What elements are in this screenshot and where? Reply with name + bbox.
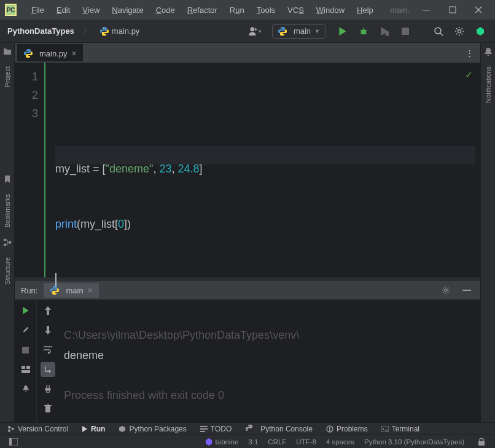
pin-icon[interactable] — [18, 382, 33, 396]
svg-rect-1 — [450, 7, 456, 13]
svg-rect-34 — [381, 426, 389, 432]
search-icon[interactable] — [431, 24, 446, 39]
svg-rect-0 — [423, 10, 430, 10]
tw-problems[interactable]: Problems — [326, 425, 368, 433]
window-close-icon[interactable] — [467, 1, 490, 18]
menu-edit[interactable]: Edit — [52, 3, 75, 17]
tw-packages[interactable]: Python Packages — [119, 425, 186, 433]
svg-rect-10 — [4, 239, 6, 241]
notifications-tool[interactable]: Notifications — [485, 60, 492, 109]
gutter: 1 2 3 — [15, 63, 45, 277]
tabnine-widget[interactable]: tabnine — [205, 438, 239, 446]
bookmarks-tool[interactable]: Bookmarks — [4, 188, 11, 234]
up-arrow-icon[interactable] — [41, 303, 55, 318]
window-maximize-icon[interactable] — [440, 1, 464, 18]
svg-rect-20 — [46, 386, 49, 388]
svg-rect-11 — [4, 244, 6, 246]
bookmark-icon[interactable] — [2, 174, 12, 184]
menu-tools[interactable]: Tools — [252, 3, 280, 17]
stop-button[interactable] — [18, 342, 33, 357]
tab-close-icon[interactable]: ✕ — [71, 50, 77, 58]
svg-point-27 — [12, 428, 14, 430]
down-arrow-icon[interactable] — [41, 323, 55, 338]
project-tool[interactable]: Project — [4, 60, 11, 93]
bottom-tool-strip: Version Control Run Python Packages TODO… — [0, 422, 495, 434]
jetbrains-icon[interactable] — [473, 24, 488, 39]
menu-window[interactable]: Window — [311, 3, 349, 17]
structure-tool[interactable]: Structure — [4, 251, 11, 291]
run-button[interactable] — [335, 24, 350, 39]
tw-console[interactable]: Python Console — [245, 424, 313, 434]
svg-point-26 — [8, 430, 10, 432]
svg-point-2 — [103, 28, 103, 28]
tw-todo[interactable]: TODO — [200, 425, 232, 433]
titlebar-project: main. — [390, 6, 410, 15]
svg-rect-33 — [329, 430, 330, 431]
interpreter-widget[interactable]: Python 3.10 (PythonDataTypes) — [364, 438, 464, 446]
lock-icon[interactable] — [474, 434, 489, 449]
layout-icon[interactable] — [18, 362, 33, 377]
menu-vcs[interactable]: VCS — [283, 3, 309, 17]
project-icon[interactable] — [2, 47, 12, 56]
tool-windows-icon[interactable] — [6, 434, 21, 449]
rerun-button[interactable] — [18, 303, 33, 318]
svg-point-3 — [105, 34, 106, 34]
tw-vcs[interactable]: Version Control — [7, 425, 68, 433]
svg-rect-16 — [21, 366, 25, 369]
settings-icon[interactable] — [452, 24, 467, 39]
menu-refactor[interactable]: Refactor — [182, 3, 222, 17]
run-panel-title: Run: — [21, 286, 37, 295]
main-toolbar: PythonDataTypes 〉 main.py ▾ main ▼ — [0, 20, 495, 43]
trash-icon[interactable] — [41, 401, 55, 416]
tw-run[interactable]: Run — [82, 425, 105, 433]
tab-options-icon[interactable]: ⋮ — [462, 45, 477, 60]
svg-rect-30 — [200, 431, 205, 432]
run-config-selector[interactable]: main ▼ — [272, 24, 325, 39]
inspection-ok-icon[interactable]: ✓ — [465, 69, 473, 80]
modify-run-icon[interactable] — [18, 323, 33, 338]
indent-widget[interactable]: 4 spaces — [326, 438, 354, 446]
menu-file[interactable]: File — [26, 3, 49, 17]
svg-rect-6 — [385, 31, 389, 36]
svg-point-5 — [361, 29, 366, 34]
code-editor[interactable]: 1 2 3 my_list = ["deneme", 23, 24.8] pri… — [15, 63, 480, 277]
right-tool-rail: Notifications — [480, 43, 495, 422]
scroll-to-end-icon[interactable] — [41, 362, 55, 377]
breadcrumb-root[interactable]: PythonDataTypes — [7, 26, 74, 36]
menu-view[interactable]: View — [77, 3, 104, 17]
structure-icon[interactable] — [2, 238, 12, 247]
python-file-icon — [99, 26, 109, 36]
bell-icon[interactable] — [483, 47, 493, 56]
svg-rect-15 — [22, 347, 29, 353]
svg-rect-28 — [200, 426, 208, 427]
breadcrumb-sep: 〉 — [83, 26, 91, 37]
user-icon[interactable]: ▾ — [248, 24, 262, 39]
menu-code[interactable]: Code — [151, 3, 180, 17]
window-minimize-icon[interactable] — [415, 1, 438, 18]
editor-tabs: main.py ✕ ⋮ — [15, 43, 480, 63]
stop-button[interactable] — [398, 24, 413, 39]
menu-run[interactable]: Run — [225, 3, 249, 17]
svg-rect-18 — [21, 370, 30, 373]
svg-point-25 — [8, 426, 10, 428]
svg-rect-7 — [402, 28, 409, 35]
python-icon — [278, 26, 287, 36]
breadcrumb-file[interactable]: main.py — [99, 26, 140, 36]
coverage-button[interactable] — [377, 24, 392, 39]
svg-rect-17 — [26, 366, 30, 369]
svg-point-4 — [251, 27, 255, 31]
svg-rect-24 — [47, 404, 49, 405]
print-icon[interactable] — [41, 382, 55, 396]
menu-navigate[interactable]: Navigate — [107, 3, 148, 17]
caret-position[interactable]: 3:1 — [248, 438, 258, 446]
svg-rect-37 — [478, 441, 485, 446]
soft-wrap-icon[interactable] — [41, 342, 55, 357]
svg-point-9 — [458, 29, 461, 33]
python-file-icon — [23, 48, 33, 58]
editor-tab[interactable]: main.py ✕ — [17, 44, 83, 61]
line-separator[interactable]: CRLF — [268, 438, 286, 446]
menu-help[interactable]: Help — [352, 3, 378, 17]
tw-terminal[interactable]: Terminal — [381, 425, 419, 433]
file-encoding[interactable]: UTF-8 — [296, 438, 316, 446]
debug-button[interactable] — [356, 24, 371, 39]
